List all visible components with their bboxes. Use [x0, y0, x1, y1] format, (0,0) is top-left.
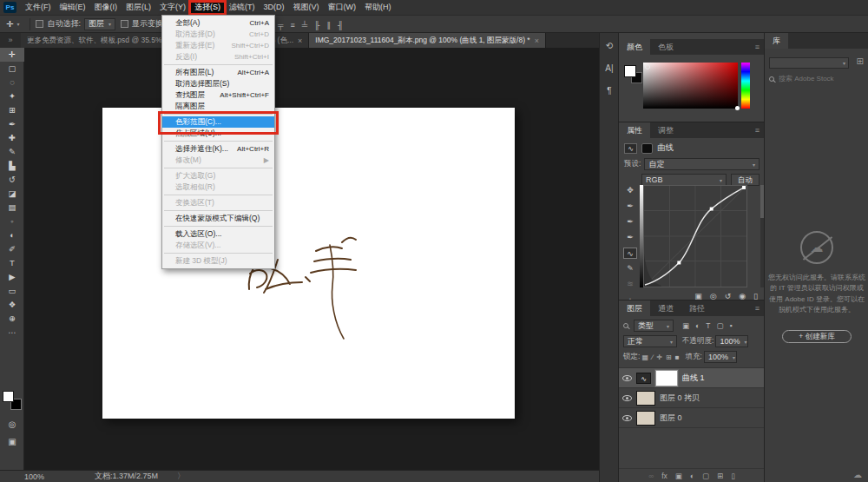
- layer-curves-1[interactable]: 曲线 1: [619, 368, 765, 388]
- tool-history-brush[interactable]: ↺: [0, 173, 24, 187]
- menu-window[interactable]: 窗口(W): [324, 0, 361, 15]
- draw-curve-icon[interactable]: ✎: [623, 263, 637, 274]
- library-search-input[interactable]: [779, 75, 857, 83]
- curves-graph[interactable]: [643, 185, 747, 287]
- distribute-right-icon[interactable]: ╢: [338, 21, 343, 30]
- history-panel-icon[interactable]: ⟲: [600, 36, 619, 56]
- create-library-button[interactable]: + 创建新库: [782, 330, 852, 343]
- menu-item[interactable]: [164, 253, 273, 254]
- distribute-top-icon[interactable]: ╤: [278, 21, 283, 30]
- color-swatch-pair[interactable]: [624, 65, 643, 84]
- layer-name[interactable]: 图层 0: [660, 413, 682, 424]
- smooth-curve-icon[interactable]: ≋: [623, 279, 637, 290]
- menu-file[interactable]: 文件(F): [21, 0, 56, 15]
- edit-points-icon[interactable]: ∿: [623, 248, 637, 259]
- auto-button[interactable]: 自动: [731, 174, 760, 186]
- new-layer-icon[interactable]: ⊞: [717, 472, 723, 480]
- tool-gradient[interactable]: ▤: [0, 201, 24, 215]
- distribute-vertical-center-icon[interactable]: ≡: [290, 21, 294, 30]
- menu-edit[interactable]: 编辑(E): [56, 0, 90, 15]
- library-dropdown[interactable]: ▾: [769, 57, 849, 69]
- visibility-eye-icon[interactable]: [622, 375, 632, 381]
- menu-item[interactable]: 选取相似(R): [162, 182, 274, 193]
- menu-item[interactable]: 查找图层 Alt+Shift+Ctrl+F: [162, 89, 274, 101]
- grid-view-icon[interactable]: ⊞: [857, 56, 864, 66]
- paragraph-panel-icon[interactable]: ¶: [600, 82, 619, 101]
- menu-item[interactable]: [164, 64, 273, 65]
- blend-mode-dropdown[interactable]: 正常 ▾: [623, 335, 677, 347]
- menu-item[interactable]: 取消选择图层(S): [162, 78, 274, 89]
- distribute-left-icon[interactable]: ╟: [314, 21, 319, 30]
- menu-3d[interactable]: 3D(D): [260, 0, 289, 15]
- zoom-level[interactable]: 100%: [24, 472, 44, 481]
- tool-quick-selection[interactable]: ✦: [0, 89, 24, 103]
- curve-point[interactable]: [710, 208, 713, 211]
- hue-slider[interactable]: [741, 63, 750, 109]
- filter-type-icon[interactable]: T: [706, 321, 710, 330]
- white-point-eyedropper-icon[interactable]: ✒: [623, 232, 637, 243]
- curve-point[interactable]: [742, 186, 746, 189]
- lock-transparent-icon[interactable]: ▦: [641, 353, 648, 361]
- channel-dropdown[interactable]: RGB ▾: [641, 174, 727, 186]
- tool-marquee[interactable]: ▢: [0, 62, 24, 76]
- layer-name[interactable]: 图层 0 拷贝: [660, 393, 700, 404]
- lock-position-icon[interactable]: ✛: [656, 353, 662, 361]
- preset-dropdown[interactable]: 自定 ▾: [644, 158, 760, 170]
- menu-item[interactable]: 载入选区(O)...: [162, 228, 274, 240]
- menu-type[interactable]: 文字(Y): [155, 0, 190, 15]
- tool-dodge[interactable]: ◐: [0, 228, 24, 242]
- menu-layer[interactable]: 图层(L): [122, 0, 155, 15]
- tool-healing-brush[interactable]: ✚: [0, 131, 24, 145]
- close-icon[interactable]: ×: [535, 36, 539, 45]
- fill-dropdown[interactable]: 100% ▾: [704, 351, 737, 363]
- chevron-down-icon[interactable]: ▾: [16, 21, 19, 27]
- menu-item[interactable]: 焦点区域(U)...: [162, 128, 274, 139]
- tool-type[interactable]: T: [0, 256, 24, 270]
- filter-pixel-icon[interactable]: ▣: [682, 321, 689, 330]
- panel-menu-icon[interactable]: ≡: [750, 300, 765, 316]
- layer-name[interactable]: 曲线 1: [682, 373, 705, 384]
- show-transform-checkbox[interactable]: [121, 20, 128, 28]
- tool-hand[interactable]: ❖: [0, 298, 24, 312]
- tool-path-selection[interactable]: ▶: [0, 270, 24, 284]
- filter-type-dropdown[interactable]: 类型 ▾: [634, 320, 674, 332]
- quick-mask-icon[interactable]: ◎: [0, 419, 24, 429]
- menu-item[interactable]: [164, 210, 273, 211]
- tab-layers[interactable]: 图层: [619, 300, 650, 316]
- layer-style-icon[interactable]: fx: [661, 472, 667, 480]
- menu-item[interactable]: 存储选区(V)...: [162, 240, 274, 251]
- tool-pen[interactable]: ✐: [0, 242, 24, 256]
- layer-thumbnail[interactable]: [636, 411, 655, 426]
- new-adjustment-layer-icon[interactable]: ◐: [690, 472, 694, 480]
- menu-item[interactable]: [164, 195, 273, 195]
- delete-layer-icon[interactable]: ▯: [731, 472, 735, 480]
- close-icon[interactable]: ×: [298, 36, 302, 45]
- tool-edit-toolbar[interactable]: ⋯: [0, 326, 24, 340]
- panel-menu-icon[interactable]: ≡: [750, 39, 765, 55]
- menu-item[interactable]: 变换选区(T): [162, 197, 274, 208]
- menu-item[interactable]: 所有图层(L) Alt+Ctrl+A: [162, 67, 274, 78]
- auto-select-checkbox[interactable]: [36, 20, 43, 28]
- menu-item[interactable]: 反选(I) Shift+Ctrl+I: [162, 51, 274, 63]
- gray-point-eyedropper-icon[interactable]: ✒: [623, 216, 637, 228]
- filter-shape-icon[interactable]: ▢: [716, 321, 723, 330]
- opacity-dropdown[interactable]: 100% ▾: [715, 335, 748, 347]
- character-panel-icon[interactable]: A|: [600, 59, 619, 78]
- tab-paths[interactable]: 路径: [681, 300, 713, 316]
- lock-all-icon[interactable]: ■: [675, 353, 680, 361]
- menu-image[interactable]: 图像(I): [90, 0, 122, 15]
- layer-0-copy[interactable]: 图层 0 拷贝: [619, 388, 765, 408]
- tool-zoom[interactable]: ⊕: [0, 312, 24, 326]
- menu-item[interactable]: 色彩范围(C)...: [162, 116, 274, 128]
- menu-item[interactable]: 在快速蒙版模式下编辑(Q): [162, 213, 274, 224]
- layer-0[interactable]: 图层 0: [619, 408, 765, 428]
- menu-view[interactable]: 视图(V): [289, 0, 324, 15]
- new-group-icon[interactable]: ▢: [702, 472, 709, 480]
- menu-item[interactable]: [164, 141, 273, 142]
- tool-move[interactable]: ✛: [0, 48, 24, 62]
- menu-filter[interactable]: 滤镜(T): [225, 0, 260, 15]
- menu-item[interactable]: 选择并遮住(K)... Alt+Ctrl+R: [162, 143, 274, 155]
- visibility-eye-icon[interactable]: [622, 395, 632, 401]
- black-point-eyedropper-icon[interactable]: ✒: [623, 201, 637, 212]
- menu-item[interactable]: 隔离图层: [162, 101, 274, 112]
